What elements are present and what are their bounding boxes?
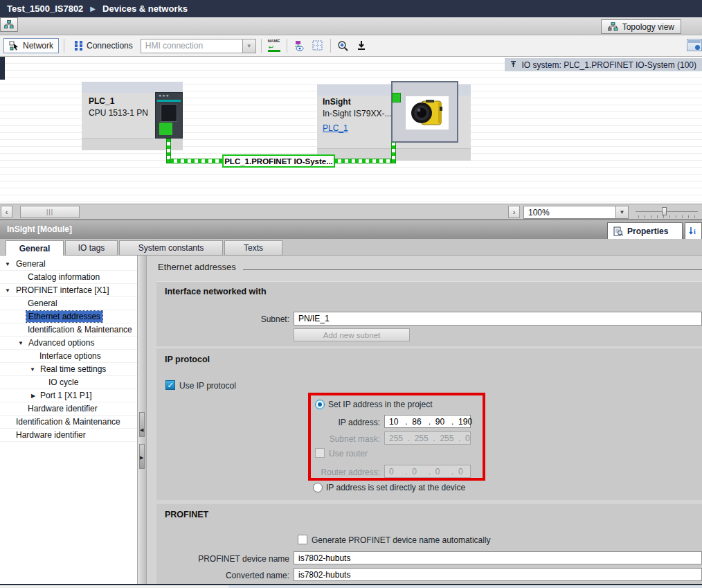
hscroll-thumb[interactable]: ||| xyxy=(20,206,80,218)
tab-system-constants[interactable]: System constants xyxy=(119,240,223,256)
properties-pane-header: InSight [Module] Properties i xyxy=(0,220,702,239)
tab-io-tags[interactable]: IO tags xyxy=(65,240,118,256)
ip-at-device-label: IP address is set directly at the device xyxy=(326,483,465,492)
plc-device-band xyxy=(82,82,183,93)
topology-view-button[interactable]: Topology view xyxy=(601,19,681,34)
use-router-label: Use router xyxy=(329,449,368,458)
use-ip-protocol-label: Use IP protocol xyxy=(179,381,236,391)
generate-name-checkbox[interactable] xyxy=(298,535,307,544)
network-mode-icon xyxy=(9,41,19,51)
properties-tabstrip: General IO tags System constants Texts xyxy=(0,239,702,256)
insight-module-selected[interactable] xyxy=(391,81,458,143)
converted-name-input[interactable]: is7802-hubuts xyxy=(294,568,702,581)
tree-item-interface-options[interactable]: Interface options xyxy=(0,350,137,363)
profinet-bus-label[interactable]: PLC_1.PROFINET IO-Syste... xyxy=(222,154,335,168)
scroll-left-button[interactable]: ‹ xyxy=(1,206,12,218)
show-addresses-button[interactable] xyxy=(292,38,307,53)
tree-item-hardware-identifier-sub[interactable]: Hardware identifier xyxy=(0,402,137,416)
breadcrumb-project[interactable]: Test_1500_IS7802 xyxy=(7,3,83,14)
breadcrumb-page[interactable]: Devices & networks xyxy=(102,3,188,14)
plc-name[interactable]: PLC_1 xyxy=(89,96,114,106)
download-arrow-icon xyxy=(357,41,366,51)
tree-item-hardware-identifier-root[interactable]: Hardware identifier xyxy=(0,429,137,442)
tree-item-profinet-interface[interactable]: ▼PROFINET interface [X1] xyxy=(0,284,137,297)
zoom-level-value: 100% xyxy=(523,206,616,219)
subnet-mask-label: Subnet mask: xyxy=(313,434,380,444)
zoom-dropdown-arrow-icon[interactable]: ▼ xyxy=(616,206,629,219)
content-heading-label: Ethernet addresses xyxy=(158,262,236,272)
zoom-in-button[interactable] xyxy=(336,38,351,53)
tree-item-identification-maintenance[interactable]: Identification & Maintenance xyxy=(0,323,137,337)
tab-texts[interactable]: Texts xyxy=(224,240,282,256)
profinet-device-name-input[interactable]: is7802-hubuts xyxy=(294,551,702,564)
tree-item-identification-maintenance-root[interactable]: Identification & Maintenance xyxy=(0,416,137,429)
io-system-badge[interactable]: IO system: PLC_1.PROFINET IO-System (100… xyxy=(505,58,702,71)
assign-device-name-icon: NAME↩ xyxy=(267,39,281,53)
insight-name[interactable]: InSight xyxy=(323,97,351,107)
info-tab-partial[interactable]: i xyxy=(685,222,702,240)
plc-cpu-image[interactable]: ●●● xyxy=(155,92,183,139)
tree-item-real-time-settings[interactable]: ▼Real time settings xyxy=(0,363,137,376)
tree-item-ethernet-addresses[interactable]: Ethernet addresses xyxy=(0,310,137,323)
use-router-checkbox[interactable] xyxy=(315,448,325,458)
tree-item-catalog-information[interactable]: Catalog information xyxy=(0,271,137,284)
ip-address-input[interactable]: 10 . 86 . 90 . 190 xyxy=(384,415,471,428)
toolbar-separator xyxy=(261,39,262,53)
tree-item-general[interactable]: ▼General xyxy=(0,258,137,271)
generate-name-label: Generate PROFINET device name automatica… xyxy=(312,535,491,545)
bottom-edge-strip xyxy=(0,584,702,588)
connection-type-dropdown-arrow-icon[interactable]: ▼ xyxy=(243,39,256,53)
properties-tree: ▼General Catalog information ▼PROFINET i… xyxy=(0,256,138,584)
topology-view-icon xyxy=(608,22,618,31)
network-overview-button[interactable] xyxy=(0,17,18,32)
tree-item-general-sub[interactable]: General xyxy=(0,297,137,310)
subnet-input[interactable]: PN/IE_1 xyxy=(294,312,702,326)
profinet-bus-segment[interactable] xyxy=(334,159,395,163)
assign-device-name-button[interactable]: NAME↩ xyxy=(267,38,282,53)
profinet-bus-segment[interactable] xyxy=(170,159,225,163)
add-new-subnet-button[interactable]: Add new subnet xyxy=(294,328,410,341)
tree-content-splitter[interactable]: ◀ ▶ xyxy=(138,256,147,584)
network-canvas[interactable]: IO system: PLC_1.PROFINET IO-System (100… xyxy=(0,57,702,204)
connections-button[interactable]: Connections xyxy=(69,38,138,53)
canvas-statusbar: ‹ ||| › 100% ▼ xyxy=(0,204,702,220)
tree-item-port-1[interactable]: ▶Port 1 [X1 P1] xyxy=(0,389,137,402)
zoom-level-dropdown[interactable]: 100% ▼ xyxy=(523,206,629,219)
zoom-slider[interactable] xyxy=(636,207,698,218)
tia-portal-devices-networks: Test_1500_IS7802 ▶ Devices & networks To… xyxy=(0,0,702,588)
connections-label: Connections xyxy=(87,41,133,51)
properties-tab[interactable]: Properties xyxy=(607,222,683,240)
insight-status-square xyxy=(392,93,401,103)
ip-at-device-radio[interactable] xyxy=(313,483,323,492)
ip-protocol-title: IP protocol xyxy=(165,355,210,364)
toolbar-separator xyxy=(287,39,287,53)
interface-networked-section: Interface networked with Subnet: PN/IE_1… xyxy=(156,281,702,346)
router-address-input[interactable]: 0 . 0 . 0 . 0 xyxy=(384,465,471,478)
view-switch-strip: Topology view xyxy=(0,17,702,35)
pin-icon xyxy=(510,61,516,69)
scroll-right-button[interactable]: › xyxy=(508,206,520,218)
zoom-slider-thumb[interactable] xyxy=(662,207,667,215)
set-ip-in-project-label: Set IP address in the project xyxy=(328,400,433,409)
properties-tab-label: Properties xyxy=(627,226,668,236)
info-icon: i xyxy=(689,226,699,236)
insight-assigned-controller-link[interactable]: PLC_1 xyxy=(323,123,348,133)
network-mode-button[interactable]: Network xyxy=(3,38,59,53)
selected-object-title: InSight [Module] xyxy=(7,224,72,234)
tree-item-io-cycle[interactable]: IO cycle xyxy=(0,376,137,389)
profinet-title: PROFINET xyxy=(165,510,208,519)
topology-view-label: Topology view xyxy=(622,22,674,32)
download-arrow-button[interactable] xyxy=(354,38,369,53)
subnet-mask-input[interactable]: 255 . 255 . 255 . 0 xyxy=(384,431,471,445)
split-editor-icon[interactable] xyxy=(687,39,702,51)
ip-protocol-section: IP protocol ✓ Use IP protocol Set IP add… xyxy=(156,348,702,500)
display-grid-button[interactable] xyxy=(310,38,325,53)
tab-general[interactable]: General xyxy=(6,240,64,256)
connection-type-dropdown[interactable]: HMI connection ▼ xyxy=(141,39,256,53)
properties-main: ▼General Catalog information ▼PROFINET i… xyxy=(0,256,702,584)
set-ip-in-project-radio[interactable] xyxy=(315,400,325,409)
use-ip-protocol-checkbox[interactable]: ✓ xyxy=(165,380,175,390)
tree-item-advanced-options[interactable]: ▼Advanced options xyxy=(0,337,137,350)
connections-icon xyxy=(74,41,83,51)
profinet-bus-segment[interactable] xyxy=(391,142,396,163)
